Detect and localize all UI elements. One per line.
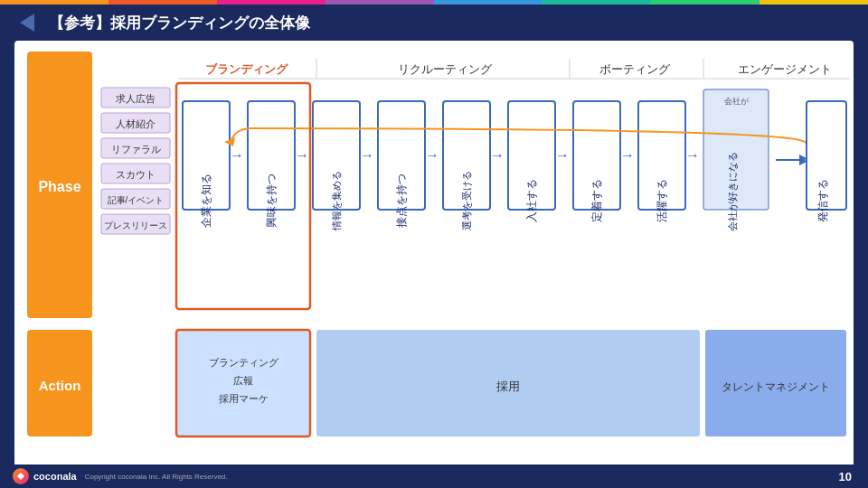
- svg-text:リファラル: リファラル: [111, 144, 161, 155]
- svg-text:→: →: [555, 147, 570, 163]
- footer-copyright: Copyright coconala Inc. All Rights Reser…: [85, 473, 228, 481]
- svg-text:定着する: 定着する: [590, 179, 603, 222]
- svg-text:入社する: 入社する: [525, 179, 538, 222]
- svg-text:採用マーケ: 採用マーケ: [219, 393, 269, 404]
- footer: coconala Copyright coconala Inc. All Rig…: [0, 465, 868, 488]
- svg-text:広報: 広報: [233, 375, 253, 386]
- svg-text:ボーティング: ボーティング: [599, 62, 671, 76]
- svg-text:ブランディング: ブランディング: [205, 62, 288, 76]
- footer-logo-area: coconala Copyright coconala Inc. All Rig…: [13, 468, 228, 484]
- svg-text:→: →: [685, 147, 700, 163]
- svg-text:採用: 採用: [496, 380, 520, 393]
- svg-text:→: →: [490, 147, 505, 163]
- svg-text:会社が: 会社が: [724, 97, 750, 106]
- svg-text:求人広告: 求人広告: [116, 93, 156, 104]
- diagram-svg: Phase Action 求人広告 人材紹介 リファラル スカウト 記事/イベン…: [27, 52, 850, 464]
- svg-text:記事/イベント: 記事/イベント: [108, 195, 165, 205]
- svg-text:情報を集める: 情報を集める: [331, 171, 342, 231]
- svg-text:活躍する: 活躍する: [656, 179, 668, 222]
- page-title: 【参考】採用ブランディングの全体像: [49, 13, 310, 33]
- svg-text:スカウト: スカウト: [116, 169, 156, 180]
- svg-text:→: →: [620, 147, 635, 163]
- svg-text:タレントマネジメント: タレントマネジメント: [722, 380, 830, 393]
- svg-text:企業を知る: 企業を知る: [200, 174, 212, 228]
- back-button[interactable]: [14, 10, 40, 35]
- svg-text:Action: Action: [39, 378, 81, 393]
- svg-text:発信する: 発信する: [816, 179, 829, 222]
- svg-text:会社が好きになる: 会社が好きになる: [727, 152, 738, 231]
- svg-text:エンゲージメント: エンゲージメント: [738, 62, 832, 76]
- svg-text:興味を持つ: 興味を持つ: [265, 174, 278, 228]
- coconala-logo-text: coconala: [33, 471, 77, 482]
- svg-marker-0: [20, 14, 34, 32]
- svg-text:→: →: [360, 147, 374, 163]
- svg-text:Phase: Phase: [38, 179, 80, 194]
- svg-text:人材紹介: 人材紹介: [116, 118, 156, 129]
- slide: 【参考】採用ブランディングの全体像 Phase Action 求人広告 人材紹介…: [0, 0, 868, 488]
- slide-header: 【参考】採用ブランディングの全体像: [0, 5, 868, 41]
- svg-text:→: →: [295, 147, 309, 163]
- svg-text:リクルーティング: リクルーティング: [398, 62, 493, 76]
- svg-text:選考を受ける: 選考を受ける: [461, 171, 473, 230]
- svg-text:→: →: [230, 147, 244, 163]
- svg-text:接点を持つ: 接点を持つ: [395, 174, 408, 228]
- coconala-icon: [13, 468, 29, 484]
- svg-text:ブランティング: ブランティング: [209, 357, 279, 368]
- svg-text:→: →: [425, 147, 439, 163]
- page-number: 10: [839, 470, 852, 483]
- content-area: Phase Action 求人広告 人材紹介 リファラル スカウト 記事/イベン…: [14, 41, 854, 467]
- svg-text:プレスリリース: プレスリリース: [104, 221, 167, 230]
